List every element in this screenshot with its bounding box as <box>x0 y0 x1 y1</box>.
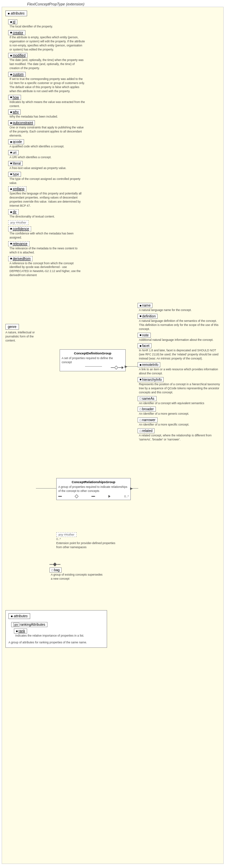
field-id: ■ id The local identifier of the propert… <box>8 19 85 29</box>
xmllang-desc: Specifies the language of this property … <box>9 192 85 208</box>
pubconstraint-box: ■ pubconstraint <box>8 120 35 125</box>
broader-box: □ broader <box>138 407 156 412</box>
broader-desc: An identifier of a more generic concept. <box>139 412 222 416</box>
derivedfrom-box: ■ derivedfrom <box>8 256 33 261</box>
literal-box: ■ literal <box>8 161 23 166</box>
field-why: ■ why Why the metadata has been included… <box>8 109 85 119</box>
field-derivedfrom: ■ derivedfrom A reference to the concept… <box>8 256 85 278</box>
field-confidence: ■ confidence The confidence with which t… <box>8 226 85 240</box>
confidence-label: confidence <box>13 227 29 231</box>
sameas-label: sameAs <box>142 397 154 400</box>
note-label: note <box>142 333 148 337</box>
bottom-attributes-label: attributes <box>14 614 27 618</box>
ranking-attributes-box: grp rankingAttributes <box>11 622 47 627</box>
modified-label: modified <box>13 54 25 57</box>
qcode-label: qcode <box>13 140 22 144</box>
concept-def-group: ConceptDefinitionGroup A set of properti… <box>60 349 126 371</box>
uri-box: ■ uri <box>8 150 19 155</box>
remoteinfo-label: remoteInfo <box>142 363 158 367</box>
field-sameas: □ sameAs An identifier of a concept with… <box>138 396 222 406</box>
field-modified: ■ modified The date (and, optionally, th… <box>8 53 85 70</box>
main-container: ■ attributes ■ id The local identifier o… <box>2 7 224 864</box>
field-ranking-attributes: grp rankingAttributes <box>11 622 104 627</box>
field-remoteinfo: ■ remoteInfo A link to an item or a web … <box>138 362 222 376</box>
concept-def-title: ConceptDefinitionGroup <box>62 351 124 355</box>
uri-desc: A URI which identifies a concept. <box>9 156 85 160</box>
bottom-section: ■ attributes grp rankingAttributes ■ ran… <box>5 610 107 648</box>
relevance-label: relevance <box>13 242 27 246</box>
name-label: name <box>142 304 150 307</box>
any-other-label: any ##other <box>10 221 26 224</box>
attributes-box: ■ attributes <box>5 11 27 16</box>
how-box: ■ how <box>8 95 21 100</box>
modified-desc: The date (and, optionally, the time) whe… <box>9 58 85 70</box>
field-narrower: □ narrower An identifier of a more speci… <box>138 417 222 427</box>
relevance-desc: The relevance of the metadata to the new… <box>9 247 85 255</box>
field-type: ■ type The type of the concept assigned … <box>8 172 85 185</box>
xmllang-box: ■ xmllang <box>8 186 26 191</box>
creator-desc: If the attribute is empty, specifies whi… <box>9 36 85 52</box>
page-title: FlexIConceptPropType (extension) <box>27 2 84 6</box>
field-relevance: ■ relevance The relevance of the metadat… <box>8 241 85 255</box>
rank-desc: Indicates the relative importance of pro… <box>15 634 104 638</box>
custom-box: ■ custom <box>8 72 26 77</box>
bottom-desc: A group of attributes for ranking proper… <box>8 641 104 645</box>
qcode-desc: A qualified code which identifies a conc… <box>9 145 85 149</box>
literal-desc: A free-text value assigned as property v… <box>9 166 85 170</box>
any-other2-label: any ##other <box>58 533 75 536</box>
related-desc: A related concept, where the relationshi… <box>139 434 222 442</box>
bag-section: ━━ ━━ □ bag A group of existing concepts… <box>49 563 104 581</box>
concept-rel-desc: A group of properties required to indica… <box>58 485 129 493</box>
how-label: how <box>13 96 19 99</box>
bag-connector: ━━ ━━ <box>49 563 104 566</box>
dir-box: ■ dir <box>8 209 19 214</box>
field-any-other: any ##other <box>8 220 85 225</box>
how-desc: Indicates by which means the value was e… <box>9 100 85 108</box>
any-other2-cardinality: 0..* <box>56 537 117 541</box>
definition-desc: A natural language definition of the sem… <box>139 319 222 331</box>
confidence-box: ■ confidence <box>8 226 31 231</box>
field-how: ■ how Indicates by which means the value… <box>8 95 85 108</box>
concept-rel-connectors: ━━ ━━ 0..* <box>58 495 129 498</box>
name-box: ■ name <box>138 303 152 308</box>
field-note: ■ note Additional natural language infor… <box>138 333 222 342</box>
bag-desc: A group of existing concepts supersedes … <box>51 573 104 581</box>
note-box: ■ note <box>138 333 151 338</box>
creator-label: creator <box>13 31 23 35</box>
bag-box: □ bag <box>49 567 62 573</box>
related-label: related <box>142 429 152 433</box>
pubconstraint-desc: One or many constraints that apply to pu… <box>9 126 85 138</box>
concept-rel-group: ConceptRelationshipsGroup A group of pro… <box>56 478 131 500</box>
definition-label: definition <box>142 314 156 318</box>
any-other2-box: any ##other <box>56 532 77 537</box>
why-desc: Why the metadata has been included. <box>9 115 85 119</box>
rank-label: rank <box>18 629 25 633</box>
field-xmllang: ■ xmllang Specifies the language of this… <box>8 186 85 208</box>
field-uri: ■ uri A URI which identifies a concept. <box>8 150 85 160</box>
field-definition: ■ definition A natural language definiti… <box>138 314 222 331</box>
why-label: why <box>13 110 19 114</box>
connector-line-2 <box>126 366 138 367</box>
literal-label: literal <box>13 162 21 165</box>
id-label: id <box>13 20 15 24</box>
definition-box: ■ definition <box>138 314 158 319</box>
uri-label: uri <box>13 151 16 154</box>
field-facet: ■ facet In NAR 1.8 and later, facet is d… <box>138 343 222 361</box>
genre-box: genre <box>5 324 19 330</box>
modified-box: ■ modified <box>8 53 27 58</box>
bag-label: bag <box>54 568 60 572</box>
remoteinfo-desc: A link to an item or a web resource whic… <box>139 368 222 376</box>
concept-rel-title: ConceptRelationshipsGroup <box>58 480 129 484</box>
narrower-box: □ narrower <box>138 417 158 422</box>
type-label: type <box>13 172 19 176</box>
custom-label: custom <box>13 73 23 76</box>
field-broader: □ broader An identifier of a more generi… <box>138 407 222 416</box>
concept-def-desc: A set of properties required to define t… <box>62 356 124 365</box>
dir-label: dir <box>13 210 16 214</box>
field-literal: ■ literal A free-text value assigned as … <box>8 161 85 170</box>
any-other2-desc: Extension point for provider-defined pro… <box>56 541 117 550</box>
derivedfrom-desc: A reference to the concept from which th… <box>9 262 85 278</box>
derivedfrom-label: derivedfrom <box>13 257 30 261</box>
creator-box: ■ creator <box>8 30 25 35</box>
attributes-label: attributes <box>11 12 24 15</box>
